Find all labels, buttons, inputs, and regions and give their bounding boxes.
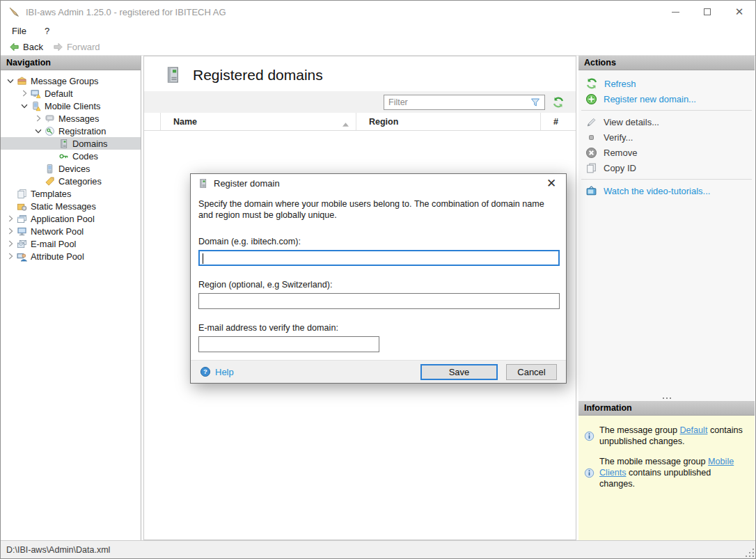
remove-icon (585, 147, 597, 159)
tree-expander-collapsed-icon[interactable] (19, 88, 30, 99)
filter-box (384, 95, 545, 110)
action-remove[interactable]: Remove (578, 145, 755, 160)
action-register-new-domain[interactable]: Register new domain... (578, 91, 755, 107)
tree-expander-expanded-icon[interactable] (5, 75, 16, 86)
title-bar[interactable]: IBI-aws Admin 1.25.0 - registered for IB… (1, 1, 755, 23)
toolbar: Back Forward (1, 39, 755, 56)
tree-expander-spacer (5, 200, 16, 212)
maximize-button[interactable] (691, 1, 723, 23)
region-field (198, 293, 560, 309)
tree-expander-spacer (47, 150, 58, 162)
dialog-title-bar[interactable]: Register domain ✕ (191, 174, 566, 193)
static-messages-icon (16, 200, 28, 212)
domain-field (198, 250, 560, 266)
action-watch-the-video-tutorials[interactable]: Watch the video-tutorials... (578, 183, 755, 198)
forward-button[interactable]: Forward (50, 40, 103, 54)
back-icon (9, 42, 19, 52)
key-icon (58, 150, 70, 162)
action-copy-id[interactable]: Copy ID (578, 160, 755, 175)
nav-item-message-groups[interactable]: Message Groups (1, 74, 141, 87)
nav-item-codes[interactable]: Codes (1, 150, 141, 162)
help-link[interactable]: ? Help (200, 366, 412, 377)
save-button[interactable]: Save (420, 364, 498, 380)
right-column: Actions RefreshRegister new domain...Vie… (578, 56, 755, 540)
filter-icon[interactable] (530, 97, 541, 108)
nav-item-mobile-clients[interactable]: Mobile Clients (1, 100, 141, 112)
action-label: Remove (604, 148, 637, 158)
tree-expander-collapsed-icon[interactable] (5, 238, 16, 249)
minimize-button[interactable] (659, 1, 691, 23)
nav-item-label: Messages (58, 113, 99, 124)
templates-icon (16, 188, 28, 199)
nav-item-default[interactable]: Default (1, 87, 141, 100)
column-header-count[interactable]: # (541, 113, 576, 130)
action-label: View details... (604, 117, 659, 127)
info-item: The mobile message group Mobile Clients … (578, 447, 755, 489)
dialog-footer: ? Help Save Cancel (191, 360, 566, 383)
tree-expander-expanded-icon[interactable] (19, 100, 30, 111)
nav-item-registration[interactable]: Registration (1, 125, 141, 137)
info-link-default[interactable]: Default (680, 425, 708, 435)
action-view-details[interactable]: View details... (578, 114, 755, 129)
nav-item-messages[interactable]: Messages (1, 112, 141, 125)
forward-label: Forward (67, 42, 100, 52)
menu-file[interactable]: File (12, 26, 26, 36)
tree-expander-spacer (33, 175, 44, 187)
nav-item-static-messages[interactable]: Static Messages (1, 200, 141, 212)
menu-help[interactable]: ? (45, 26, 49, 36)
email-input[interactable] (199, 337, 379, 352)
nav-item-label: Codes (72, 151, 98, 162)
device-icon (44, 163, 56, 174)
tree-expander-collapsed-icon[interactable] (5, 213, 16, 224)
actions-panel: Actions RefreshRegister new domain...Vie… (578, 56, 755, 395)
refresh-icon (585, 77, 598, 90)
refresh-icon[interactable] (552, 96, 565, 109)
registered-domains-icon (164, 65, 182, 84)
resize-grip[interactable] (745, 548, 754, 557)
nav-item-label: Categories (58, 176, 102, 187)
tag-icon (44, 175, 56, 187)
nav-item-label: Application Pool (31, 214, 95, 224)
actions-list: RefreshRegister new domain...View detail… (578, 70, 755, 198)
domain-input[interactable] (200, 251, 558, 265)
panel-splitter[interactable] (578, 395, 755, 401)
nav-item-label: Default (45, 88, 73, 99)
action-verify[interactable]: Verify... (578, 129, 755, 145)
region-input[interactable] (199, 294, 559, 308)
information-list: The message group Default contains unpub… (578, 416, 755, 490)
action-refresh[interactable]: Refresh (578, 76, 755, 91)
dialog-close-icon[interactable]: ✕ (544, 176, 559, 191)
back-label: Back (23, 42, 43, 52)
tree-expander-collapsed-icon[interactable] (5, 226, 16, 237)
dialog-title-icon (198, 178, 208, 189)
nav-item-categories[interactable]: Categories (1, 175, 141, 187)
tv-icon (585, 185, 597, 197)
column-header-region[interactable]: Region (356, 113, 541, 130)
nav-item-domains[interactable]: Domains (1, 137, 141, 150)
attribute-pool-icon (16, 251, 28, 262)
nav-item-network-pool[interactable]: Network Pool (1, 225, 141, 237)
nav-item-attribute-pool[interactable]: Attribute Pool (1, 250, 141, 262)
nav-item-label: Network Pool (31, 226, 84, 237)
tree-expander-collapsed-icon[interactable] (33, 113, 44, 124)
domains-icon (58, 138, 70, 149)
action-label: Verify... (604, 132, 633, 143)
text-caret (203, 253, 203, 264)
nav-item-label: Devices (58, 164, 90, 174)
cancel-button[interactable]: Cancel (506, 364, 557, 380)
nav-item-devices[interactable]: Devices (1, 162, 141, 175)
column-header-name[interactable]: Name (161, 113, 356, 130)
registration-icon (44, 125, 56, 136)
application-pool-icon (16, 213, 28, 224)
nav-item-e-mail-pool[interactable]: E-mail Pool (1, 237, 141, 250)
maximize-icon (704, 8, 711, 15)
nav-item-templates[interactable]: Templates (1, 187, 141, 200)
tree-expander-collapsed-icon[interactable] (5, 251, 16, 262)
filter-input[interactable] (384, 97, 530, 107)
tree-expander-expanded-icon[interactable] (33, 125, 44, 136)
messages-icon (44, 113, 56, 124)
close-button[interactable]: ✕ (723, 1, 755, 23)
action-label: Watch the video-tutorials... (604, 186, 710, 196)
nav-item-application-pool[interactable]: Application Pool (1, 212, 141, 225)
back-button[interactable]: Back (6, 40, 46, 54)
